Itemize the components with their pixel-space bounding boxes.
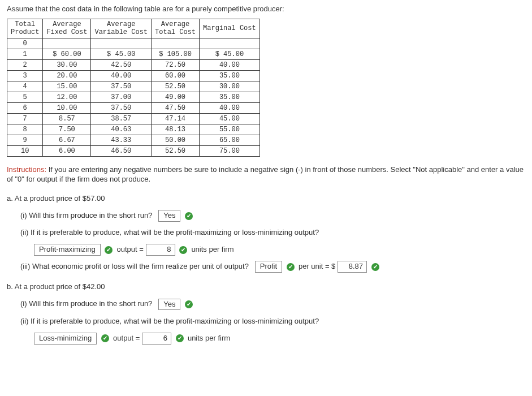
- table-cell: 37.50: [91, 102, 152, 113]
- check-icon: ✔: [185, 300, 193, 308]
- table-cell: 42.50: [91, 59, 152, 70]
- table-cell: 72.50: [152, 59, 200, 70]
- a-iii-value-input[interactable]: 8.87: [338, 261, 367, 273]
- table-cell: $ 45.00: [91, 49, 152, 59]
- a-i-answer-select[interactable]: Yes: [158, 210, 180, 222]
- a-i: (i) Will this firm produce in the short …: [20, 209, 525, 222]
- table-row: 1$ 60.00$ 45.00$ 105.00$ 45.00: [7, 49, 260, 59]
- table-row: 610.0037.5047.5040.00: [7, 102, 260, 113]
- table-cell: 47.50: [152, 102, 200, 113]
- table-cell: $ 60.00: [43, 49, 91, 59]
- table-cell: 52.50: [152, 81, 200, 92]
- th-avc: AverageVariable Cost: [91, 19, 152, 38]
- table-cell: 6: [7, 102, 43, 113]
- table-row: 320.0040.0060.0035.00: [7, 70, 260, 81]
- table-cell: 10.00: [43, 102, 91, 113]
- section-a: a. At a product price of $57.00 (i) Will…: [7, 192, 525, 273]
- a-header: a. At a product price of $57.00: [7, 192, 525, 205]
- table-cell: $ 45.00: [200, 49, 260, 59]
- table-cell: $ 105.00: [152, 49, 200, 59]
- table-cell: 5: [7, 92, 43, 102]
- table-cell: 2: [7, 59, 43, 70]
- instructions-label: Instructions:: [7, 165, 46, 174]
- table-cell: 75.00: [200, 145, 260, 156]
- cost-table: TotalProduct AverageFixed Cost AverageVa…: [7, 19, 260, 157]
- check-icon: ✔: [101, 334, 109, 342]
- b-i-question: (i) Will this firm produce in the short …: [20, 299, 152, 308]
- a-iii-select[interactable]: Profit: [255, 261, 282, 273]
- b-i: (i) Will this firm produce in the short …: [20, 298, 525, 310]
- units-label: units per firm: [188, 334, 230, 342]
- table-cell: [200, 38, 260, 49]
- table-cell: 10: [7, 145, 43, 156]
- table-cell: 40.00: [200, 102, 260, 113]
- table-cell: 30.00: [200, 81, 260, 92]
- table-cell: 12.00: [43, 92, 91, 102]
- table-cell: 46.50: [91, 145, 152, 156]
- table-cell: 7: [7, 113, 43, 124]
- table-cell: 0: [7, 38, 43, 49]
- table-row: 96.6743.3350.0065.00: [7, 135, 260, 145]
- a-ii-question: (ii) If it is preferable to produce, wha…: [20, 226, 525, 239]
- check-icon: ✔: [371, 263, 379, 271]
- table-cell: 6.67: [43, 135, 91, 145]
- a-ii-select[interactable]: Profit-maximizing: [34, 244, 101, 256]
- table-row: 0: [7, 38, 260, 49]
- table-row: 87.5040.6348.1355.00: [7, 124, 260, 135]
- table-cell: 38.57: [91, 113, 152, 124]
- check-icon: ✔: [287, 263, 295, 271]
- check-icon: ✔: [105, 246, 113, 254]
- table-cell: 8: [7, 124, 43, 135]
- table-cell: 8.57: [43, 113, 91, 124]
- table-cell: 35.00: [200, 92, 260, 102]
- table-cell: 43.33: [91, 135, 152, 145]
- table-cell: 7.50: [43, 124, 91, 135]
- table-cell: 40.00: [200, 59, 260, 70]
- table-cell: 60.00: [152, 70, 200, 81]
- a-ii-output-input[interactable]: 8: [146, 244, 175, 256]
- table-cell: 4: [7, 81, 43, 92]
- table-cell: 15.00: [43, 81, 91, 92]
- table-row: 106.0046.5052.5075.00: [7, 145, 260, 156]
- intro-text: Assume that the cost data in the followi…: [7, 5, 525, 13]
- output-eq-label: output =: [113, 334, 140, 342]
- output-eq-label: output =: [117, 245, 144, 253]
- table-cell: 65.00: [200, 135, 260, 145]
- a-i-question: (i) Will this firm produce in the short …: [20, 211, 152, 219]
- table-cell: 40.00: [91, 70, 152, 81]
- b-ii-question: (ii) If it is preferable to produce, wha…: [20, 315, 525, 328]
- table-row: 512.0037.0049.0035.00: [7, 92, 260, 102]
- a-iii-question: (iii) What economic profit or loss will …: [20, 262, 249, 270]
- b-ii-output-input[interactable]: 6: [142, 333, 171, 345]
- table-cell: 48.13: [152, 124, 200, 135]
- a-iii: (iii) What economic profit or loss will …: [20, 260, 525, 273]
- table-cell: 1: [7, 49, 43, 59]
- b-i-answer-select[interactable]: Yes: [158, 299, 180, 311]
- table-cell: 52.50: [152, 145, 200, 156]
- table-cell: 55.00: [200, 124, 260, 135]
- units-label: units per firm: [191, 245, 233, 253]
- b-ii-select[interactable]: Loss-minimizing: [34, 333, 97, 345]
- table-cell: [91, 38, 152, 49]
- table-cell: 37.00: [91, 92, 152, 102]
- table-cell: 3: [7, 70, 43, 81]
- table-cell: 6.00: [43, 145, 91, 156]
- table-cell: 20.00: [43, 70, 91, 81]
- b-header: b. At a product price of $42.00: [7, 281, 525, 293]
- check-icon: ✔: [179, 246, 187, 254]
- table-cell: 30.00: [43, 59, 91, 70]
- check-icon: ✔: [176, 334, 184, 342]
- instructions: Instructions: If you are entering any ne…: [7, 165, 525, 184]
- table-cell: 9: [7, 135, 43, 145]
- check-icon: ✔: [185, 212, 193, 220]
- th-atc: AverageTotal Cost: [152, 19, 200, 38]
- table-cell: 49.00: [152, 92, 200, 102]
- th-mc: Marginal Cost: [200, 19, 260, 38]
- table-cell: [152, 38, 200, 49]
- table-cell: [43, 38, 91, 49]
- b-ii-answer: Loss-minimizing ✔ output = 6 ✔ units per…: [34, 332, 525, 345]
- table-cell: 45.00: [200, 113, 260, 124]
- table-cell: 40.63: [91, 124, 152, 135]
- per-unit-label: per unit = $: [299, 262, 335, 270]
- table-row: 230.0042.5072.5040.00: [7, 59, 260, 70]
